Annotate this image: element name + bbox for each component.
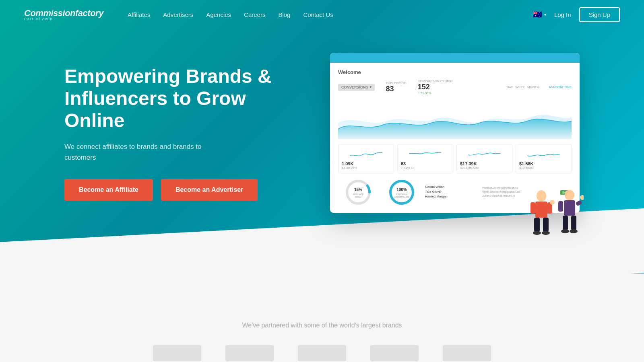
mini-stat-2-value: $17.39K (460, 161, 509, 166)
main-chart (338, 99, 572, 139)
svg-text:RANK: RANK (355, 196, 361, 198)
mini-stat-3-sub: $19.56AC (519, 166, 568, 170)
svg-text:ACCEPTANCE: ACCEPTANCE (394, 196, 409, 198)
mini-stat-1-sub: 7.61% OF (401, 166, 450, 170)
svg-point-6 (390, 181, 413, 204)
svg-point-19 (565, 190, 574, 200)
partners-section: We've partnered with some of the world's… (0, 274, 644, 362)
become-affiliate-button[interactable]: Become an Affiliate (64, 179, 153, 201)
figure-red (527, 185, 555, 237)
hero-section: Empowering Brands & Influencers to Grow … (0, 0, 644, 274)
annotations-link[interactable]: ANNOTATIONS (549, 85, 572, 89)
become-advertiser-button[interactable]: Become an Advertiser (161, 179, 258, 201)
flag-icon: 🇦🇺 (533, 10, 542, 19)
svg-point-27 (570, 229, 578, 233)
comparison-change: + 31.38% (418, 91, 453, 95)
mini-stat-2-sub: $233.95 ADV (460, 166, 509, 170)
chevron-down-icon: ▾ (544, 12, 546, 17)
dashboard-welcome: Welcome (338, 69, 572, 75)
this-period-label: THIS PERIOD (386, 81, 407, 85)
nav-contact[interactable]: Contact Us (303, 11, 333, 18)
nav-affiliates[interactable]: Affiliates (128, 11, 150, 18)
svg-text:PROGRAM: PROGRAM (396, 193, 408, 195)
svg-text:AFFILIATE: AFFILIATE (353, 193, 364, 195)
svg-text:100%: 100% (396, 187, 407, 192)
brand-logo-5 (443, 345, 491, 361)
dashboard-header-bar (330, 53, 580, 63)
figure-dark (555, 185, 584, 237)
navbar: Commissionfactory Part of Awin Affiliate… (0, 0, 644, 29)
nav-links: Affiliates Advertisers Agencies Careers … (128, 11, 533, 18)
day-label[interactable]: DAY (507, 85, 513, 89)
this-period-value: 83 (386, 85, 407, 93)
time-selector: DAY WEEK MONTH (507, 85, 539, 89)
hero-title: Empowering Brands & Influencers to Grow … (64, 65, 274, 132)
language-selector[interactable]: 🇦🇺 ▾ (533, 10, 546, 19)
svg-rect-24 (563, 216, 568, 230)
svg-point-17 (533, 231, 541, 235)
login-button[interactable]: Log In (554, 11, 571, 18)
mini-stat-3: $1.58K $19.56AC (516, 144, 572, 173)
person-0: Cecilia Walsh (425, 185, 479, 189)
hero-content: Empowering Brands & Influencers to Grow … (64, 65, 274, 201)
svg-rect-21 (558, 201, 563, 212)
signup-button[interactable]: Sign Up (579, 7, 620, 22)
brand-logos (24, 345, 620, 361)
mini-stat-0-value: 1.09K (342, 161, 390, 166)
svg-point-10 (537, 190, 546, 202)
month-label[interactable]: MONTH (527, 85, 539, 89)
donut-affiliate-rank: 15% AFFILIATE RANK (338, 178, 378, 206)
svg-point-23 (580, 195, 584, 200)
svg-rect-22 (575, 200, 582, 206)
comparison-period-stat: COMPARISON PERIOD 152 + 31.38% (418, 79, 453, 95)
mini-stat-1-value: 83 (401, 161, 450, 166)
mini-stat-3-value: $1.58K (519, 161, 568, 166)
svg-point-26 (561, 229, 569, 233)
svg-rect-12 (530, 202, 535, 214)
conversions-label: CONVERSIONS (341, 85, 368, 89)
svg-rect-15 (534, 218, 540, 232)
stats-row: CONVERSIONS ▾ THIS PERIOD 83 COMPARISON … (338, 79, 572, 95)
svg-point-18 (542, 231, 550, 235)
dropdown-arrow-icon: ▾ (370, 85, 372, 89)
conversions-badge: CONVERSIONS ▾ (338, 84, 375, 91)
nav-agencies[interactable]: Agencies (206, 11, 231, 18)
mini-stats-row: 1.09K $1.40.97% 83 7.61% OF (338, 144, 572, 173)
person-1: Tara Glover (425, 190, 479, 193)
svg-rect-16 (543, 218, 549, 232)
illustration-figures (527, 185, 584, 237)
svg-rect-25 (571, 216, 576, 230)
brand-logo-4 (370, 345, 419, 361)
logo: Commissionfactory Part of Awin (24, 8, 103, 21)
mini-stat-2: $17.39K $233.95 ADV (456, 144, 512, 173)
partners-title: We've partnered with some of the world's… (24, 322, 620, 329)
brand-logo-1 (153, 345, 201, 361)
nav-right: 🇦🇺 ▾ Log In Sign Up (533, 7, 620, 22)
nav-blog[interactable]: Blog (278, 11, 290, 18)
mini-stat-0: 1.09K $1.40.97% (338, 144, 394, 173)
people-list: Cecilia Walsh Tara Glover Harriett Morga… (425, 185, 479, 200)
donut-program-acceptance: 100% PROGRAM ACCEPTANCE (382, 178, 422, 206)
brand-logo-3 (298, 345, 346, 361)
hero-buttons: Become an Affiliate Become an Advertiser (64, 179, 274, 201)
hero-subtitle: We connect affiliates to brands and bran… (64, 141, 233, 163)
svg-rect-20 (564, 200, 575, 216)
mini-stat-1: 83 7.61% OF (397, 144, 453, 173)
svg-point-14 (550, 200, 555, 205)
comparison-value: 152 (418, 83, 453, 91)
nav-careers[interactable]: Careers (244, 11, 265, 18)
comparison-label: COMPARISON PERIOD (418, 79, 453, 83)
mini-stat-0-sub: $1.40.97% (342, 166, 390, 170)
week-label[interactable]: WEEK (516, 85, 525, 89)
svg-text:15%: 15% (354, 187, 362, 192)
hero-visual: Welcome CONVERSIONS ▾ THIS PERIOD 83 COM… (290, 53, 580, 213)
this-period-stat: THIS PERIOD 83 (386, 81, 407, 93)
brand-logo-2 (225, 345, 274, 361)
person-2: Harriett Morgan (425, 195, 479, 198)
svg-point-0 (347, 181, 369, 204)
svg-rect-11 (535, 202, 547, 218)
nav-advertisers[interactable]: Advertisers (163, 11, 193, 18)
